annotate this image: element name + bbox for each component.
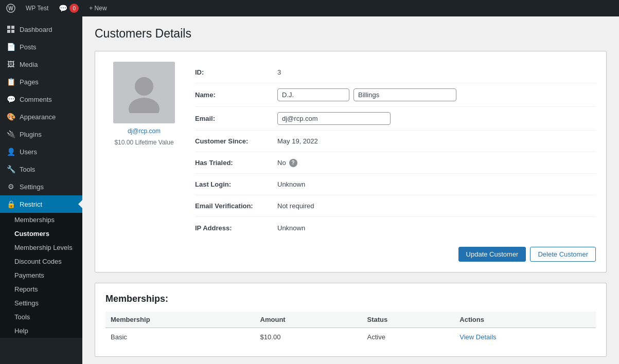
view-details-link[interactable]: View Details: [459, 333, 496, 341]
site-name[interactable]: WP Test: [24, 0, 50, 16]
sidebar-item-pages-label: Pages: [20, 78, 39, 86]
field-row-has-trialed: Has Trialed: No ?: [195, 152, 596, 174]
layout: Dashboard 📄 Posts 🖼 Media 📋 Pages 💬 Comm…: [0, 16, 619, 364]
customer-avatar-col: dj@rcp.com $10.00 Lifetime Value: [105, 62, 183, 239]
ip-address-label: IP Address:: [195, 224, 277, 232]
sidebar-item-pages[interactable]: 📋 Pages: [0, 73, 82, 90]
sidebar-item-media-label: Media: [20, 61, 38, 68]
page-title: Customers Details: [95, 27, 607, 41]
sidebar-item-appearance-label: Appearance: [20, 113, 56, 121]
lifetime-value: $10.00 Lifetime Value: [114, 139, 173, 146]
email-verification-label: Email Verification:: [195, 202, 277, 210]
comments-link[interactable]: 💬 0: [57, 0, 81, 16]
sidebar-item-comments-label: Comments: [20, 96, 52, 103]
sidebar-item-dashboard[interactable]: Dashboard: [0, 21, 82, 38]
sidebar-sub-help-label: Help: [14, 327, 28, 335]
sidebar-item-posts[interactable]: 📄 Posts: [0, 38, 82, 56]
sidebar-item-dashboard-label: Dashboard: [20, 26, 52, 33]
email-verification-value: Not required: [277, 202, 314, 210]
memberships-table-head: Membership Amount Status Actions: [105, 312, 596, 328]
users-icon: 👤: [6, 147, 15, 156]
sidebar-sub-discount-codes[interactable]: Discount Codes: [0, 254, 82, 268]
field-row-email-verification: Email Verification: Not required: [195, 195, 596, 217]
has-trialed-value: No ?: [277, 159, 297, 167]
restrict-arrow: [78, 200, 82, 208]
field-row-customer-since: Customer Since: May 19, 2022: [195, 131, 596, 152]
sidebar-item-comments[interactable]: 💬 Comments: [0, 90, 82, 108]
first-name-input[interactable]: [277, 88, 349, 101]
sidebar-item-media[interactable]: 🖼 Media: [0, 56, 82, 73]
svg-rect-5: [11, 30, 14, 33]
sidebar-item-restrict-label: Restrict: [20, 201, 42, 208]
field-row-id: ID: 3: [195, 62, 596, 83]
customer-fields-col: ID: 3 Name:: [195, 62, 596, 239]
action-buttons: Update Customer Delete Customer: [105, 247, 596, 262]
svg-point-6: [135, 77, 153, 96]
memberships-table-body: Basic $10.00 Active View Details: [105, 328, 596, 347]
sidebar-sub-customers[interactable]: Customers: [0, 227, 82, 241]
col-amount: Amount: [255, 312, 362, 328]
sidebar-sub-reports-label: Reports: [14, 285, 38, 293]
sidebar-item-settings-label: Settings: [20, 183, 44, 191]
admin-bar: W WP Test 💬 0 + New: [0, 0, 619, 16]
memberships-title: Memberships:: [105, 294, 596, 304]
main-content: Customers Details dj@rcp.com $10.00 Life…: [82, 16, 619, 364]
sidebar-item-users-label: Users: [20, 148, 37, 156]
svg-rect-4: [7, 30, 10, 33]
new-button[interactable]: + New: [87, 0, 109, 16]
svg-rect-3: [11, 26, 14, 29]
sidebar-item-users[interactable]: 👤 Users: [0, 143, 82, 160]
last-login-value: Unknown: [277, 180, 305, 188]
name-fields: [277, 88, 456, 101]
membership-status: Active: [362, 328, 455, 347]
delete-customer-button[interactable]: Delete Customer: [530, 247, 596, 262]
customer-since-value: May 19, 2022: [277, 137, 318, 145]
sidebar-item-appearance[interactable]: 🎨 Appearance: [0, 108, 82, 125]
customer-details-card: dj@rcp.com $10.00 Lifetime Value ID: 3 N…: [95, 51, 607, 272]
name-value: [277, 88, 456, 101]
sidebar-sub-settings[interactable]: Settings: [0, 296, 82, 310]
table-row: Basic $10.00 Active View Details: [105, 328, 596, 347]
sidebar-sub-payments-label: Payments: [14, 271, 44, 279]
avatar: [113, 62, 175, 123]
sidebar: Dashboard 📄 Posts 🖼 Media 📋 Pages 💬 Comm…: [0, 16, 82, 364]
avatar-email[interactable]: dj@rcp.com: [128, 128, 161, 135]
col-status: Status: [362, 312, 455, 328]
sidebar-sub-payments[interactable]: Payments: [0, 268, 82, 282]
sidebar-item-restrict[interactable]: 🔒 Restrict: [0, 195, 82, 213]
sidebar-sub-tools[interactable]: Tools: [0, 310, 82, 324]
field-row-email: Email:: [195, 107, 596, 131]
update-customer-button[interactable]: Update Customer: [458, 247, 526, 262]
sidebar-sub-membership-levels[interactable]: Membership Levels: [0, 241, 82, 254]
field-row-name: Name:: [195, 83, 596, 107]
dashboard-icon: [6, 25, 15, 34]
sidebar-item-plugins-label: Plugins: [20, 131, 42, 138]
memberships-table-header-row: Membership Amount Status Actions: [105, 312, 596, 328]
sidebar-item-plugins[interactable]: 🔌 Plugins: [0, 125, 82, 143]
sidebar-sub-membership-levels-label: Membership Levels: [14, 244, 73, 251]
id-label: ID:: [195, 68, 277, 76]
memberships-card: Memberships: Membership Amount Status Ac…: [95, 283, 607, 357]
restrict-icon: 🔒: [6, 199, 15, 209]
sidebar-item-tools[interactable]: 🔧 Tools: [0, 160, 82, 178]
membership-amount: $10.00: [255, 328, 362, 347]
wp-logo[interactable]: W: [4, 0, 17, 16]
field-row-ip-address: IP Address: Unknown: [195, 217, 596, 239]
last-name-input[interactable]: [353, 88, 456, 101]
id-value: 3: [277, 68, 281, 76]
sidebar-item-settings[interactable]: ⚙ Settings: [0, 178, 82, 195]
posts-icon: 📄: [6, 42, 15, 51]
sidebar-sub-memberships[interactable]: Memberships: [0, 213, 82, 227]
sidebar-sub-help[interactable]: Help: [0, 324, 82, 338]
sidebar-sub-discount-codes-label: Discount Codes: [14, 258, 62, 265]
sidebar-sub-reports[interactable]: Reports: [0, 282, 82, 296]
wp-icon: W: [6, 4, 15, 13]
membership-name: Basic: [105, 328, 255, 347]
comment-icon: 💬: [59, 4, 67, 12]
svg-text:W: W: [8, 6, 13, 11]
email-input[interactable]: [277, 112, 391, 125]
sidebar-sub-settings-label: Settings: [14, 299, 39, 307]
comments-icon: 💬: [6, 95, 15, 104]
svg-point-7: [129, 98, 160, 113]
help-icon[interactable]: ?: [289, 159, 297, 167]
